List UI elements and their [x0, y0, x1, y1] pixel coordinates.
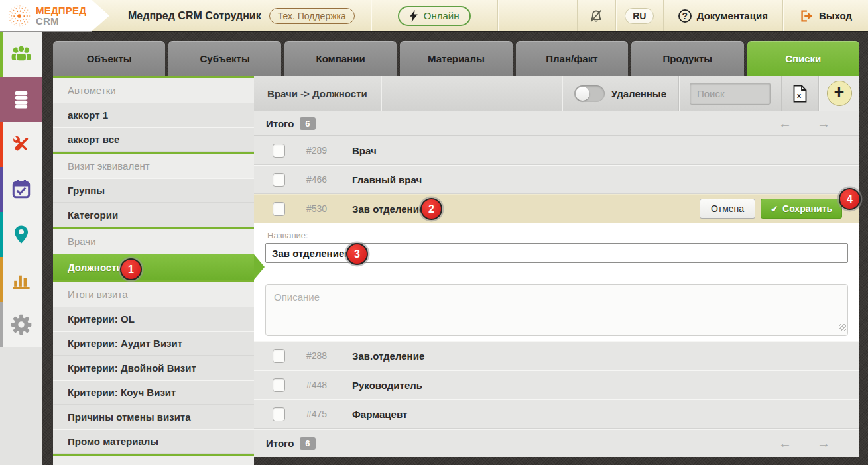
title-section: Медпред CRM Сотрудник Тех. Поддержка — [109, 0, 371, 31]
main-tab-bar: Объекты Субъекты Компании Материалы План… — [53, 41, 859, 76]
menu-group-autometki[interactable]: Автометки — [53, 76, 254, 103]
menu-group-doctors[interactable]: Врачи — [53, 227, 254, 254]
total-bar-top: Итого 6 ← → — [254, 111, 859, 136]
menu-item-criteria-coach[interactable]: Критерии: Коуч Визит — [53, 380, 254, 405]
sidebar-item-reports[interactable] — [0, 257, 42, 302]
notifications-button[interactable] — [577, 0, 615, 31]
row-checkbox[interactable] — [273, 378, 285, 392]
sidebar-item-lists[interactable] — [0, 77, 42, 122]
logo-text: МЕДПРЕД CRM — [36, 5, 86, 26]
list-content: Врачи -> Должности Удаленные x — [254, 76, 859, 457]
add-item-button[interactable]: + — [827, 81, 852, 106]
row-id: #448 — [306, 380, 341, 390]
map-pin-icon — [11, 223, 32, 246]
row-checkbox[interactable] — [273, 349, 285, 363]
pager-bottom: ← → — [778, 437, 847, 450]
next-page-button[interactable]: → — [817, 437, 830, 450]
menu-item-categories[interactable]: Категории — [53, 203, 254, 227]
prev-page-button[interactable]: ← — [778, 437, 792, 450]
sidebar-item-contacts[interactable] — [0, 32, 42, 77]
total-count-badge: 6 — [300, 117, 315, 130]
search-input[interactable] — [690, 83, 771, 105]
row-checkbox[interactable] — [273, 407, 285, 421]
sidebar-item-map[interactable] — [0, 212, 42, 257]
database-icon — [10, 88, 32, 111]
tab-products[interactable]: Продукты — [631, 41, 743, 76]
deleted-toggle[interactable] — [574, 85, 605, 102]
table-row[interactable]: #288 Зав.отделение — [254, 341, 859, 370]
tab-companies[interactable]: Компании — [284, 41, 397, 76]
search-section — [678, 76, 781, 111]
menu-item-akkort-all[interactable]: аккорт все — [53, 127, 254, 152]
question-circle-icon: ? — [678, 9, 692, 23]
menu-item-criteria-ol[interactable]: Критерии: OL — [53, 307, 254, 331]
bar-chart-icon — [9, 268, 33, 291]
table-row-selected[interactable]: #530 Зав отделением Отмена ✔ Сохранить — [254, 194, 859, 223]
row-name: Врач — [352, 145, 377, 156]
row-name: Руководитель — [352, 380, 422, 391]
row-id: #288 — [306, 350, 341, 361]
next-page-button[interactable]: → — [817, 117, 830, 130]
menu-group-visit-equiv[interactable]: Визит эквивалент — [53, 152, 254, 178]
table-row[interactable]: #448 Руководитель — [254, 370, 859, 399]
menu-group-visit-results[interactable]: Итоги визита — [53, 280, 254, 307]
tab-planfact[interactable]: План/факт — [516, 41, 628, 76]
calendar-check-icon — [9, 178, 33, 201]
svg-text:x: x — [797, 91, 802, 99]
excel-export-button[interactable]: x — [781, 76, 818, 111]
menu-group-clipped[interactable]: К — [53, 454, 254, 465]
menu-item-groups[interactable]: Группы — [53, 178, 254, 203]
row-checkbox[interactable] — [273, 202, 285, 216]
menu-item-criteria-audit[interactable]: Критерии: Аудит Визит — [53, 331, 254, 356]
add-item-section: + — [818, 76, 859, 111]
menu-item-positions[interactable]: Должности — [53, 254, 254, 280]
tab-lists[interactable]: Списки — [747, 41, 859, 76]
sidebar-item-settings[interactable] — [0, 302, 42, 347]
annotation-badge-4: 4 — [839, 188, 861, 210]
row-checkbox[interactable] — [273, 144, 285, 158]
page-title: Медпред CRM Сотрудник — [128, 10, 261, 22]
top-header: МЕДПРЕД CRM Медпред CRM Сотрудник Тех. П… — [0, 0, 868, 32]
tab-materials[interactable]: Материалы — [400, 41, 512, 76]
table-row[interactable]: #466 Главный врач — [254, 165, 859, 194]
annotation-badge-3: 3 — [346, 243, 368, 265]
sidebar-item-calendar[interactable] — [0, 167, 42, 212]
row-name: Зав.отделение — [352, 350, 424, 362]
app-body: Объекты Субъекты Компании Материалы План… — [0, 32, 868, 465]
row-name: Фармацевт — [352, 409, 407, 420]
documentation-link[interactable]: ? Документация — [663, 0, 782, 31]
cancel-button[interactable]: Отмена — [700, 199, 755, 219]
tab-subjects[interactable]: Субъекты — [168, 41, 280, 76]
row-id: #289 — [306, 145, 341, 156]
gear-icon — [9, 313, 33, 336]
language-switcher[interactable]: RU — [615, 0, 663, 31]
description-textarea[interactable] — [265, 284, 848, 336]
online-section: Онлайн — [371, 0, 498, 31]
row-id: #530 — [306, 203, 341, 214]
menu-item-promo-materials[interactable]: Промо материалы — [53, 429, 254, 454]
menu-item-cancel-reasons[interactable]: Причины отмены визита — [53, 405, 254, 429]
row-checkbox[interactable] — [273, 173, 285, 187]
row-edit-actions: Отмена ✔ Сохранить — [700, 199, 842, 219]
sidebar-item-tools[interactable] — [0, 122, 42, 167]
support-badge[interactable]: Тех. Поддержка — [269, 8, 355, 24]
tab-objects[interactable]: Объекты — [53, 41, 165, 76]
app-logo[interactable]: МЕДПРЕД CRM — [0, 0, 109, 32]
logout-label: Выход — [819, 10, 852, 21]
table-row[interactable]: #289 Врач — [254, 136, 859, 165]
prev-page-button[interactable]: ← — [778, 117, 792, 130]
row-name: Главный врач — [352, 174, 422, 185]
users-icon — [9, 42, 33, 66]
logout-button[interactable]: Выход — [782, 0, 868, 31]
total-count-badge: 6 — [300, 437, 315, 450]
check-icon: ✔ — [771, 204, 778, 214]
tools-icon — [9, 132, 33, 156]
language-badge[interactable]: RU — [625, 8, 654, 24]
menu-item-akkort1[interactable]: аккорт 1 — [53, 103, 254, 127]
save-button[interactable]: ✔ Сохранить — [761, 199, 842, 219]
name-field-label: Название: — [267, 231, 848, 240]
menu-item-criteria-double[interactable]: Критерии: Двойной Визит — [53, 356, 254, 380]
deleted-toggle-label: Удаленные — [611, 88, 666, 99]
header-spacer — [497, 0, 576, 31]
table-row[interactable]: #475 Фармацевт — [254, 399, 859, 429]
